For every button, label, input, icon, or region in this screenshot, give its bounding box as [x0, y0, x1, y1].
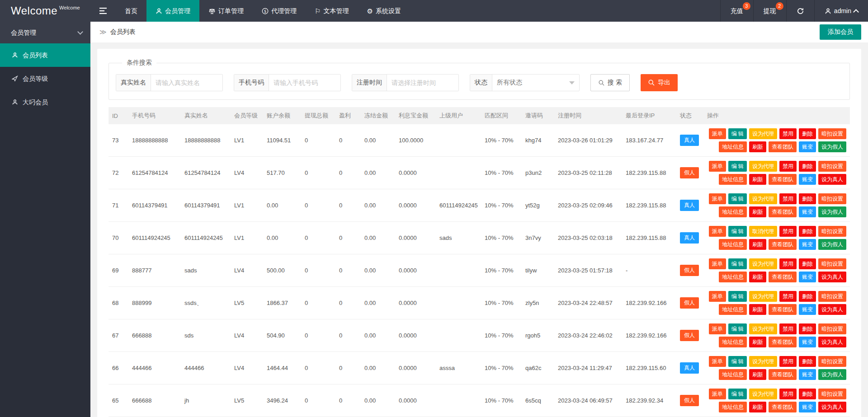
- dispatch-button[interactable]: 派单: [709, 291, 726, 302]
- account-change-button[interactable]: 账变: [799, 239, 816, 250]
- nav-item-agents[interactable]: $ 代理管理: [253, 0, 306, 22]
- status-select[interactable]: 所有状态: [492, 75, 569, 91]
- account-change-button[interactable]: 账变: [799, 369, 816, 380]
- view-team-button[interactable]: 查看团队: [769, 272, 797, 282]
- nav-item-orders[interactable]: 订单管理: [199, 0, 253, 22]
- account-change-button[interactable]: 账变: [799, 272, 816, 282]
- nav-item-settings[interactable]: ⚙ 系统设置: [358, 0, 410, 22]
- toggle-real-fake-button[interactable]: 设为假人: [818, 141, 846, 152]
- address-info-button[interactable]: 地址信息: [719, 304, 747, 315]
- view-team-button[interactable]: 查看团队: [769, 337, 797, 347]
- view-team-button[interactable]: 查看团队: [769, 369, 797, 380]
- edit-button[interactable]: 编 辑: [728, 323, 747, 334]
- delete-button[interactable]: 删除: [799, 258, 816, 269]
- refresh-button[interactable]: 刷新: [749, 174, 766, 185]
- dispatch-button[interactable]: 派单: [709, 161, 726, 172]
- hidden-deduct-button[interactable]: 暗扣设置: [818, 128, 846, 139]
- agent-button[interactable]: 取消代理: [749, 226, 777, 237]
- user-menu[interactable]: admin: [814, 0, 868, 22]
- toggle-real-fake-button[interactable]: 设为真人: [818, 304, 846, 315]
- hidden-deduct-button[interactable]: 暗扣设置: [818, 291, 846, 302]
- delete-button[interactable]: 删除: [799, 356, 816, 367]
- agent-button[interactable]: 设为代理: [749, 323, 777, 334]
- sidebar-group-members[interactable]: 会员管理: [0, 22, 90, 43]
- delete-button[interactable]: 删除: [799, 128, 816, 139]
- dispatch-button[interactable]: 派单: [709, 356, 726, 367]
- delete-button[interactable]: 删除: [799, 161, 816, 172]
- address-info-button[interactable]: 地址信息: [719, 174, 747, 185]
- refresh-button[interactable]: [786, 0, 814, 22]
- hidden-deduct-button[interactable]: 暗扣设置: [818, 193, 846, 204]
- phone-input[interactable]: [269, 75, 340, 91]
- nav-item-home[interactable]: 首页: [116, 0, 146, 22]
- dispatch-button[interactable]: 派单: [709, 128, 726, 139]
- agent-button[interactable]: 设为代理: [749, 356, 777, 367]
- export-button[interactable]: 导出: [641, 74, 678, 91]
- disable-button[interactable]: 禁用: [779, 193, 797, 204]
- dispatch-button[interactable]: 派单: [709, 258, 726, 269]
- agent-button[interactable]: 设为代理: [749, 193, 777, 204]
- account-change-button[interactable]: 账变: [799, 304, 816, 315]
- view-team-button[interactable]: 查看团队: [769, 402, 797, 412]
- edit-button[interactable]: 编 辑: [728, 389, 747, 399]
- view-team-button[interactable]: 查看团队: [769, 141, 797, 152]
- edit-button[interactable]: 编 辑: [728, 291, 747, 302]
- hidden-deduct-button[interactable]: 暗扣设置: [818, 356, 846, 367]
- hidden-deduct-button[interactable]: 暗扣设置: [818, 161, 846, 172]
- address-info-button[interactable]: 地址信息: [719, 402, 747, 412]
- sidebar-item-member-level[interactable]: 会员等级: [0, 67, 90, 90]
- disable-button[interactable]: 禁用: [779, 128, 797, 139]
- recharge-button[interactable]: 充值 3: [720, 0, 753, 22]
- hidden-deduct-button[interactable]: 暗扣设置: [818, 323, 846, 334]
- hidden-deduct-button[interactable]: 暗扣设置: [818, 226, 846, 237]
- toggle-real-fake-button[interactable]: 设为假人: [818, 239, 846, 250]
- delete-button[interactable]: 删除: [799, 291, 816, 302]
- delete-button[interactable]: 删除: [799, 323, 816, 334]
- address-info-button[interactable]: 地址信息: [719, 369, 747, 380]
- disable-button[interactable]: 禁用: [779, 161, 797, 172]
- refresh-button[interactable]: 刷新: [749, 304, 766, 315]
- disable-button[interactable]: 禁用: [779, 258, 797, 269]
- disable-button[interactable]: 禁用: [779, 356, 797, 367]
- delete-button[interactable]: 删除: [799, 226, 816, 237]
- account-change-button[interactable]: 账变: [799, 402, 816, 412]
- agent-button[interactable]: 设为代理: [749, 291, 777, 302]
- dispatch-button[interactable]: 派单: [709, 193, 726, 204]
- sidebar-item-member-list[interactable]: 会员列表: [0, 43, 90, 67]
- search-button[interactable]: 搜 索: [590, 74, 630, 91]
- view-team-button[interactable]: 查看团队: [769, 239, 797, 250]
- address-info-button[interactable]: 地址信息: [719, 206, 747, 217]
- toggle-real-fake-button[interactable]: 设为假人: [818, 206, 846, 217]
- refresh-button[interactable]: 刷新: [749, 337, 766, 347]
- account-change-button[interactable]: 账变: [799, 206, 816, 217]
- regtime-input[interactable]: [387, 75, 458, 91]
- toggle-real-fake-button[interactable]: 设为假人: [818, 369, 846, 380]
- account-change-button[interactable]: 账变: [799, 141, 816, 152]
- dispatch-button[interactable]: 派单: [709, 226, 726, 237]
- agent-button[interactable]: 设为代理: [749, 258, 777, 269]
- nav-item-text[interactable]: ⚐ 文本管理: [306, 0, 358, 22]
- hidden-deduct-button[interactable]: 暗扣设置: [818, 258, 846, 269]
- menu-spread-button[interactable]: [90, 0, 116, 22]
- address-info-button[interactable]: 地址信息: [719, 141, 747, 152]
- add-member-button[interactable]: 添加会员: [820, 24, 861, 40]
- agent-button[interactable]: 设为代理: [749, 128, 777, 139]
- refresh-button[interactable]: 刷新: [749, 272, 766, 282]
- edit-button[interactable]: 编 辑: [728, 258, 747, 269]
- view-team-button[interactable]: 查看团队: [769, 174, 797, 185]
- address-info-button[interactable]: 地址信息: [719, 272, 747, 282]
- account-change-button[interactable]: 账变: [799, 337, 816, 347]
- hidden-deduct-button[interactable]: 暗扣设置: [818, 389, 846, 399]
- view-team-button[interactable]: 查看团队: [769, 206, 797, 217]
- edit-button[interactable]: 编 辑: [728, 128, 747, 139]
- dispatch-button[interactable]: 派单: [709, 389, 726, 399]
- dispatch-button[interactable]: 派单: [709, 323, 726, 334]
- nav-item-members[interactable]: 会员管理: [146, 0, 199, 22]
- disable-button[interactable]: 禁用: [779, 323, 797, 334]
- refresh-button[interactable]: 刷新: [749, 141, 766, 152]
- disable-button[interactable]: 禁用: [779, 226, 797, 237]
- edit-button[interactable]: 编 辑: [728, 356, 747, 367]
- refresh-button[interactable]: 刷新: [749, 239, 766, 250]
- edit-button[interactable]: 编 辑: [728, 226, 747, 237]
- delete-button[interactable]: 删除: [799, 193, 816, 204]
